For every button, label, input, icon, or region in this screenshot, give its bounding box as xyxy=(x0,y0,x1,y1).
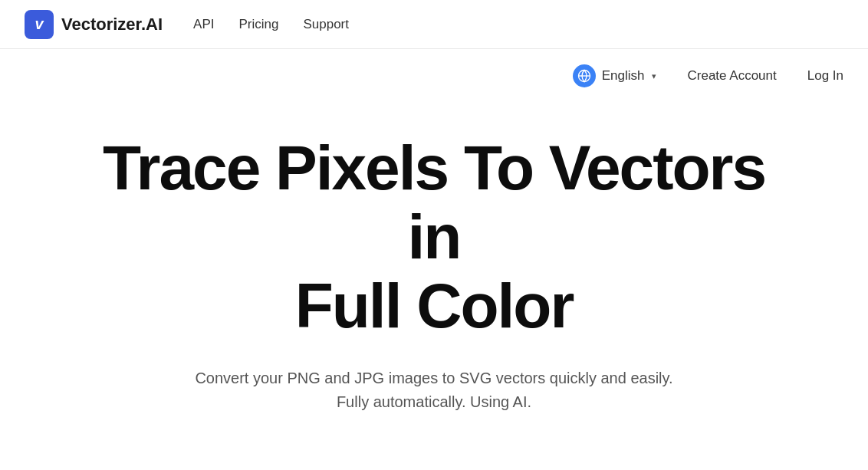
globe-icon xyxy=(573,64,596,87)
nav-pricing-link[interactable]: Pricing xyxy=(238,17,278,32)
language-selector[interactable]: English ▾ xyxy=(573,64,657,87)
nav-links: API Pricing Support xyxy=(193,17,349,32)
logo-icon: v xyxy=(25,10,54,39)
language-label: English xyxy=(602,68,645,84)
create-account-link[interactable]: Create Account xyxy=(687,68,776,84)
chevron-down-icon: ▾ xyxy=(652,71,656,81)
logo-link[interactable]: v Vectorizer.AI xyxy=(25,10,163,39)
navbar: v Vectorizer.AI API Pricing Support xyxy=(0,0,868,49)
hero-title-line2: Full Color xyxy=(295,271,574,340)
hero-title-line1: Trace Pixels To Vectors in xyxy=(103,133,765,271)
brand-name: Vectorizer.AI xyxy=(61,15,163,35)
hero-subtitle-line2: Fully automatically. Using AI. xyxy=(337,393,531,411)
nav-support-link[interactable]: Support xyxy=(303,17,349,32)
login-link[interactable]: Log In xyxy=(807,68,843,84)
logo-letter: v xyxy=(35,15,43,33)
hero-section: Trace Pixels To Vectors in Full Color Co… xyxy=(0,103,868,411)
secondary-bar: English ▾ Create Account Log In xyxy=(0,49,868,103)
hero-title: Trace Pixels To Vectors in Full Color xyxy=(89,133,779,341)
nav-api-link[interactable]: API xyxy=(193,17,214,32)
hero-subtitle-line1: Convert your PNG and JPG images to SVG v… xyxy=(195,366,672,390)
